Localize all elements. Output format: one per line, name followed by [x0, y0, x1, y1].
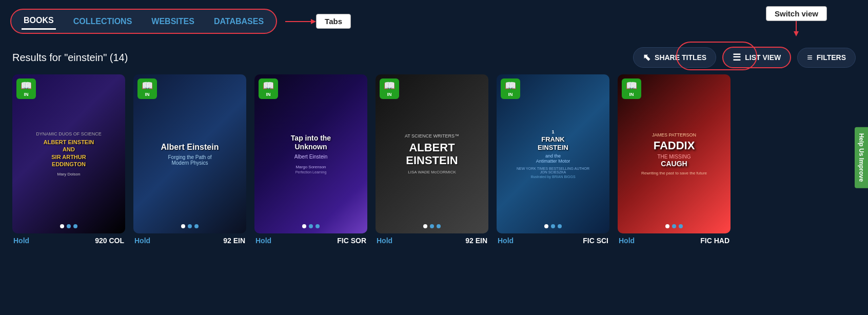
list-item: JAMES PATTERSON FADDIX THE MISSING CAUGH… [618, 74, 731, 245]
book-dots [302, 224, 320, 228]
dot [423, 224, 427, 228]
book-info: Hold FIC SCI [497, 233, 609, 245]
availability-badge: 📖 IN [380, 78, 399, 99]
book-dots [181, 224, 199, 228]
results-text: Results for "einstein" (14) [12, 52, 128, 64]
share-titles-label: SHARE TITLES [655, 53, 706, 62]
list-item: Tap into theUnknown Albert Einstein Marg… [254, 74, 367, 245]
tabs-container: BOOKS COLLECTIONS WEBSITES DATABASES [10, 9, 277, 34]
filters-button[interactable]: ≡ FILTERS [797, 48, 856, 68]
toolbar: Results for "einstein" (14) ⬉ SHARE TITL… [0, 43, 868, 74]
tab-websites[interactable]: WEBSITES [149, 14, 196, 29]
share-titles-button[interactable]: ⬉ SHARE TITLES [633, 47, 716, 68]
book-dots [665, 224, 683, 228]
dot [73, 224, 77, 228]
dot [302, 224, 306, 228]
book-dots [423, 224, 441, 228]
hold-link[interactable]: Hold [498, 237, 514, 245]
book-dots [60, 224, 77, 228]
dot [551, 224, 555, 228]
hold-link[interactable]: Hold [134, 237, 150, 245]
dot [194, 224, 199, 228]
top-bar: BOOKS COLLECTIONS WEBSITES DATABASES Tab… [0, 0, 868, 43]
call-number: 92 EIN [465, 237, 487, 245]
tab-collections[interactable]: COLLECTIONS [71, 14, 134, 29]
dot [672, 224, 676, 228]
availability-badge: 📖 IN [501, 78, 520, 99]
dot [60, 224, 64, 228]
availability-badge: 📖 IN [137, 78, 157, 99]
list-view-button[interactable]: ☰ LIST VIEW [722, 47, 791, 68]
switch-view-arrow-icon [791, 21, 801, 36]
svg-marker-1 [311, 19, 316, 24]
tab-books[interactable]: BOOKS [22, 13, 56, 30]
dot [309, 224, 313, 228]
dot [188, 224, 192, 228]
filter-icon: ≡ [807, 52, 813, 63]
book-info: Hold 92 EIN [376, 233, 488, 245]
call-number: 92 EIN [223, 237, 245, 245]
book-info: Hold FIC SOR [254, 233, 367, 245]
dot [679, 224, 683, 228]
dot [665, 224, 669, 228]
book-cover[interactable]: AT SCIENCE WRITERS™ ALBERTEINSTEIN LISA … [376, 74, 488, 233]
book-icon: 📖 [263, 81, 274, 92]
list-item: AT SCIENCE WRITERS™ ALBERTEINSTEIN LISA … [376, 74, 488, 245]
list-item: 1 FRANKEINSTEIN and theAntimatter Motor … [497, 74, 609, 245]
book-cover[interactable]: Tap into theUnknown Albert Einstein Marg… [254, 74, 367, 233]
svg-marker-3 [794, 31, 799, 36]
hold-link[interactable]: Hold [619, 237, 635, 245]
book-icon: 📖 [21, 81, 32, 92]
book-info: Hold 920 COL [12, 233, 125, 245]
book-cover[interactable]: 1 FRANKEINSTEIN and theAntimatter Motor … [497, 74, 609, 233]
book-icon: 📖 [142, 81, 153, 92]
book-info: Hold FIC HAD [618, 233, 731, 245]
book-cover[interactable]: Albert Einstein Forging the Path ofModer… [133, 74, 246, 233]
call-number: 920 COL [95, 237, 124, 245]
book-icon: 📖 [384, 81, 395, 92]
book-icon: 📖 [505, 81, 516, 92]
availability-badge: 📖 IN [16, 78, 36, 99]
switch-view-label: Switch view [766, 6, 827, 21]
list-view-label: LIST VIEW [745, 53, 781, 62]
book-info: Hold 92 EIN [133, 233, 246, 245]
switch-view-annotation: Switch view [766, 6, 827, 36]
list-view-wrapper: ☰ LIST VIEW [722, 47, 791, 68]
annotation-arrow-icon [285, 16, 316, 27]
hold-link[interactable]: Hold [255, 237, 271, 245]
dot [315, 224, 320, 228]
book-cover[interactable]: JAMES PATTERSON FADDIX THE MISSING CAUGH… [618, 74, 731, 233]
availability-badge: 📖 IN [259, 78, 278, 99]
list-view-icon: ☰ [733, 52, 741, 63]
tabs-annotation: Tabs [285, 14, 351, 29]
dot [437, 224, 441, 228]
help-us-improve-button[interactable]: Help Us Improve [855, 127, 868, 188]
call-number: FIC SOR [337, 237, 366, 245]
tabs-annotation-box: Tabs [316, 14, 351, 29]
dot [558, 224, 562, 228]
toolbar-actions: ⬉ SHARE TITLES ☰ LIST VIEW ≡ FILTERS [633, 47, 856, 68]
hold-link[interactable]: Hold [377, 237, 392, 245]
book-icon: 📖 [626, 81, 637, 92]
book-dots [544, 224, 562, 228]
tab-databases[interactable]: DATABASES [212, 14, 266, 29]
dot [67, 224, 71, 228]
dot [430, 224, 434, 228]
list-item: DYNAMIC DUOS OF SCIENCE ALBERT EINSTEINA… [12, 74, 125, 245]
tabs-section: BOOKS COLLECTIONS WEBSITES DATABASES Tab… [10, 9, 351, 34]
books-grid: DYNAMIC DUOS OF SCIENCE ALBERT EINSTEINA… [0, 74, 868, 245]
availability-badge: 📖 IN [622, 78, 641, 99]
call-number: FIC SCI [583, 237, 608, 245]
hold-link[interactable]: Hold [13, 237, 29, 245]
list-item: Albert Einstein Forging the Path ofModer… [133, 74, 246, 245]
call-number: FIC HAD [700, 237, 729, 245]
dot [181, 224, 185, 228]
share-icon: ⬉ [643, 52, 650, 63]
filters-label: FILTERS [817, 53, 846, 62]
dot [544, 224, 548, 228]
book-cover[interactable]: DYNAMIC DUOS OF SCIENCE ALBERT EINSTEINA… [12, 74, 125, 233]
